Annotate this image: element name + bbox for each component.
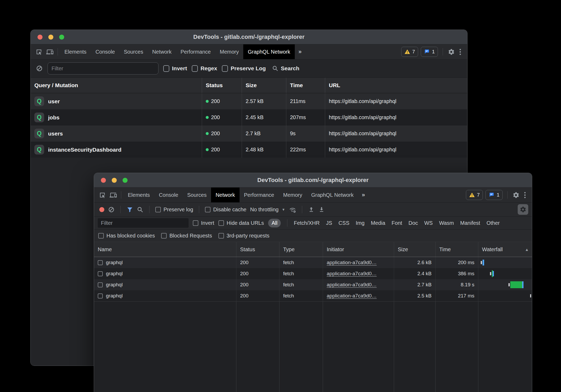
close-window-button[interactable]	[101, 178, 106, 183]
checkbox[interactable]	[98, 233, 104, 239]
tab-sources[interactable]: Sources	[119, 44, 148, 59]
tab-performance[interactable]: Performance	[240, 188, 279, 202]
minimize-window-button[interactable]	[112, 178, 117, 183]
search-icon[interactable]	[137, 206, 143, 213]
initiator-link[interactable]: application-a7ca9d0…	[327, 282, 377, 288]
type-filter-fetch-xhr[interactable]: Fetch/XHR	[294, 220, 320, 226]
tab-console[interactable]: Console	[91, 44, 119, 59]
filter-input[interactable]	[48, 62, 158, 74]
row-checkbox[interactable]	[98, 293, 103, 298]
initiator-link[interactable]: application-a7ca9d0…	[327, 293, 377, 299]
column-header-status[interactable]: Status	[202, 78, 242, 93]
graphql-request-row[interactable]: Q instanceSecurityDashboard 200 2.48 kB …	[31, 142, 467, 158]
checkbox[interactable]	[161, 233, 167, 239]
minimize-window-button[interactable]	[48, 35, 53, 40]
column-header-size[interactable]: Size	[394, 242, 435, 257]
device-toolbar-icon[interactable]	[46, 48, 53, 55]
network-request-row[interactable]: graphql 200 fetch application-a7ca9d0… 2…	[94, 268, 532, 279]
tab-performance[interactable]: Performance	[176, 44, 216, 59]
hide-data-urls-checkbox[interactable]: Hide data URLs	[218, 220, 264, 226]
network-request-row[interactable]: graphql 200 fetch application-a7ca9d0… 2…	[94, 290, 532, 301]
column-header-size[interactable]: Size	[242, 78, 286, 93]
network-request-row[interactable]: graphql 200 fetch application-a7ca9d0… 2…	[94, 257, 532, 268]
checkbox[interactable]	[163, 65, 169, 72]
checkbox[interactable]	[218, 233, 224, 239]
tab-console[interactable]: Console	[154, 188, 183, 202]
close-window-button[interactable]	[38, 35, 43, 40]
zoom-window-button[interactable]	[59, 35, 64, 40]
network-settings-button[interactable]	[518, 204, 528, 215]
type-filter-css[interactable]: CSS	[339, 220, 349, 226]
graphql-request-row[interactable]: Q users 200 2.7 kB 9s https://gitlab.com…	[31, 125, 467, 142]
preserve-log-checkbox[interactable]: Preserve log	[155, 207, 193, 213]
filter-input[interactable]	[98, 218, 189, 228]
type-filter-img[interactable]: Img	[356, 220, 364, 226]
type-filter-other[interactable]: Other	[487, 220, 500, 226]
export-har-icon[interactable]	[318, 206, 325, 213]
import-har-icon[interactable]	[308, 206, 315, 213]
column-header-status[interactable]: Status	[236, 242, 279, 257]
issues-badge[interactable]: 1	[485, 190, 503, 200]
warnings-badge[interactable]: 7	[466, 190, 483, 200]
column-header-url[interactable]: URL	[325, 78, 467, 93]
checkbox[interactable]	[205, 207, 211, 212]
warnings-badge[interactable]: 7	[401, 47, 418, 57]
checkbox[interactable]	[218, 220, 224, 226]
type-filter-all[interactable]: All	[268, 219, 281, 227]
type-filter-doc[interactable]: Doc	[409, 220, 418, 226]
type-filter-font[interactable]: Font	[392, 220, 402, 226]
column-header-initiator[interactable]: Initiator	[323, 242, 394, 257]
type-filter-js[interactable]: JS	[326, 220, 332, 226]
tab-memory[interactable]: Memory	[215, 44, 243, 59]
device-toolbar-icon[interactable]	[110, 192, 117, 199]
preserve-log-checkbox[interactable]: Preserve Log	[222, 65, 266, 72]
initiator-link[interactable]: application-a7ca9d0…	[327, 260, 377, 265]
settings-gear-icon[interactable]	[448, 48, 455, 55]
checkbox[interactable]	[192, 65, 198, 72]
record-network-log-button[interactable]	[99, 207, 104, 212]
more-options-icon[interactable]	[522, 192, 528, 198]
tab-network[interactable]: Network	[211, 188, 239, 202]
3rd-party-requests-checkbox[interactable]: 3rd-party requests	[218, 233, 269, 239]
graphql-request-row[interactable]: Q jobs 200 2.45 kB 207ms https://gitlab.…	[31, 109, 467, 125]
column-header-query-mutation[interactable]: Query / Mutation	[31, 78, 202, 93]
tab-elements[interactable]: Elements	[60, 44, 91, 59]
column-header-waterfall[interactable]: Waterfall ▲	[478, 242, 532, 257]
column-header-type[interactable]: Type	[279, 242, 323, 257]
zoom-window-button[interactable]	[123, 178, 128, 183]
more-options-icon[interactable]	[457, 49, 463, 55]
regex-checkbox[interactable]: Regex	[192, 65, 217, 72]
tab-graphql-network[interactable]: GraphQL Network	[243, 44, 294, 59]
tab-elements[interactable]: Elements	[123, 188, 154, 202]
clear-icon[interactable]	[36, 65, 43, 72]
issues-badge[interactable]: 1	[421, 47, 438, 57]
row-checkbox[interactable]	[98, 282, 103, 287]
column-header-time[interactable]: Time	[435, 242, 478, 257]
checkbox[interactable]	[193, 220, 198, 226]
column-header-name[interactable]: Name	[94, 242, 236, 257]
tab-network[interactable]: Network	[148, 44, 176, 59]
inspect-element-icon[interactable]	[35, 48, 43, 55]
initiator-link[interactable]: application-a7ca9d0…	[327, 271, 377, 277]
network-conditions-icon[interactable]	[289, 206, 296, 213]
type-filter-media[interactable]: Media	[371, 220, 385, 226]
row-checkbox[interactable]	[98, 260, 103, 265]
type-filter-manifest[interactable]: Manifest	[460, 220, 480, 226]
filter-funnel-icon[interactable]	[127, 206, 133, 213]
inspect-element-icon[interactable]	[99, 192, 106, 199]
more-tabs-button[interactable]: »	[295, 44, 305, 59]
invert-checkbox[interactable]: Invert	[193, 220, 214, 226]
clear-network-log-icon[interactable]	[108, 206, 115, 213]
column-header-time[interactable]: Time	[286, 78, 325, 93]
tab-graphql-network[interactable]: GraphQL Network	[307, 188, 358, 202]
more-tabs-button[interactable]: »	[358, 188, 369, 202]
tab-memory[interactable]: Memory	[279, 188, 307, 202]
type-filter-wasm[interactable]: Wasm	[439, 220, 454, 226]
disable-cache-checkbox[interactable]: Disable cache	[205, 207, 246, 213]
checkbox[interactable]	[155, 207, 161, 212]
search-button[interactable]: Search	[272, 65, 299, 72]
title-bar[interactable]: DevTools - gitlab.com/-/graphql-explorer	[94, 173, 532, 188]
has-blocked-cookies-checkbox[interactable]: Has blocked cookies	[98, 233, 155, 239]
blocked-requests-checkbox[interactable]: Blocked Requests	[161, 233, 212, 239]
settings-gear-icon[interactable]	[512, 192, 520, 199]
